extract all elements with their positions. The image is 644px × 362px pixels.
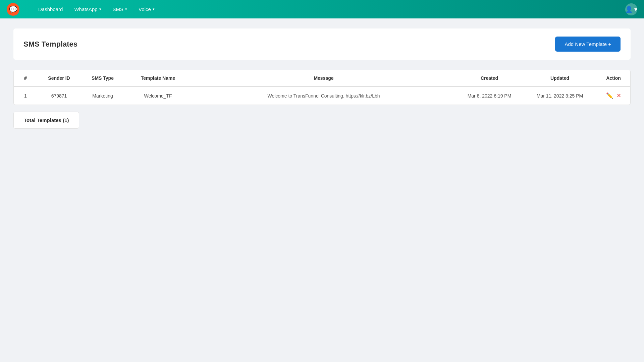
navbar-right: 👤 ▾ [625,3,637,15]
cell-index: 1 [14,86,37,105]
edit-icon[interactable]: ✏️ [606,92,613,99]
nav-voice[interactable]: Voice ▾ [134,4,159,15]
cell-action: ✏️ ✕ [597,86,630,105]
add-template-button[interactable]: Add New Template + [555,37,621,52]
cell-sms-type: Marketing [81,86,124,105]
col-header-template-name: Template Name [124,70,192,86]
col-header-message: Message [192,70,456,86]
sms-chevron-icon: ▾ [125,7,127,11]
whatsapp-chevron-icon: ▾ [99,7,101,11]
total-templates-label: Total Templates (1) [13,112,79,129]
brand-logo: 💬 [7,3,19,16]
templates-table: # Sender ID SMS Type Template Name Messa… [14,70,630,105]
page-header: SMS Templates Add New Template + [13,28,631,60]
table-header-row: # Sender ID SMS Type Template Name Messa… [14,70,630,86]
nav-sms-label: SMS [113,6,124,12]
nav-whatsapp-label: WhatsApp [74,6,97,12]
main-content: SMS Templates Add New Template + # Sende… [0,18,644,362]
nav-voice-label: Voice [139,6,151,12]
navbar-links: Dashboard WhatsApp ▾ SMS ▾ Voice ▾ [34,4,625,15]
col-header-updated: Updated [523,70,597,86]
col-header-sms-type: SMS Type [81,70,124,86]
col-header-created: Created [456,70,523,86]
page-title: SMS Templates [23,40,77,49]
cell-updated: Mar 11, 2022 3:25 PM [523,86,597,105]
cell-message: Welcome to TransFunnel Consulting. https… [192,86,456,105]
delete-icon[interactable]: ✕ [616,92,621,99]
cell-sender-id: 679871 [37,86,81,105]
col-header-sender-id: Sender ID [37,70,81,86]
nav-sms[interactable]: SMS ▾ [108,4,132,15]
navbar: 💬 Dashboard WhatsApp ▾ SMS ▾ Voice ▾ 👤 ▾ [0,0,644,18]
cell-template-name: Welcome_TF [124,86,192,105]
templates-table-container: # Sender ID SMS Type Template Name Messa… [13,70,631,105]
col-header-action: Action [597,70,630,86]
nav-dashboard[interactable]: Dashboard [34,4,67,15]
col-header-index: # [14,70,37,86]
brand: 💬 [7,3,23,16]
user-avatar[interactable]: 👤 ▾ [625,3,637,15]
voice-chevron-icon: ▾ [153,7,155,11]
cell-created: Mar 8, 2022 6:19 PM [456,86,523,105]
table-row: 1 679871 Marketing Welcome_TF Welcome to… [14,86,630,105]
nav-whatsapp[interactable]: WhatsApp ▾ [69,4,106,15]
